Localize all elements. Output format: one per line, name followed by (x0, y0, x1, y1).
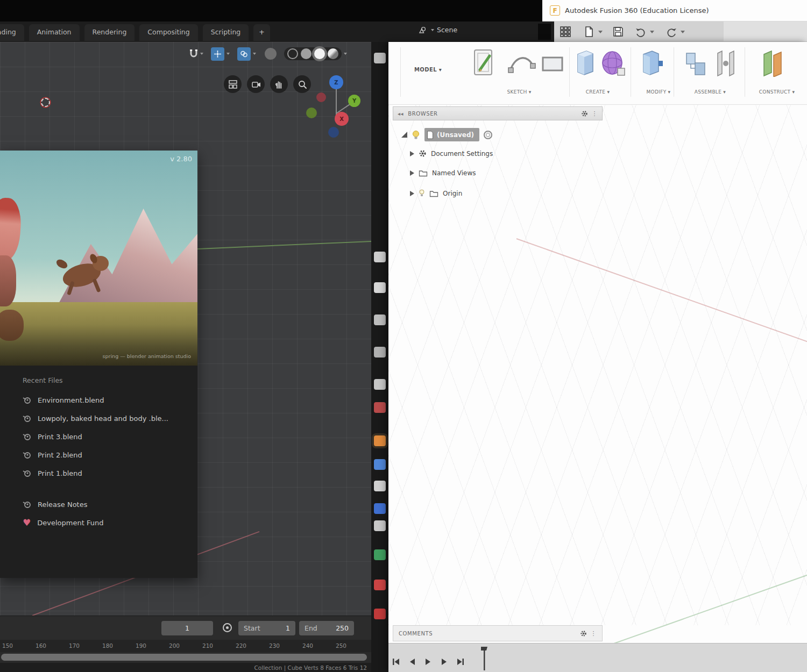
tree-item-document-settings[interactable]: Document Settings (410, 149, 493, 158)
assemble-group-label[interactable]: ASSEMBLE ▾ (695, 89, 726, 95)
taskbar-icon[interactable] (374, 503, 386, 514)
release-notes-link[interactable]: Release Notes (23, 495, 197, 513)
panel-menu-icon[interactable]: ⋮ (590, 630, 597, 637)
gizmo-neg-x-axis[interactable] (316, 92, 326, 102)
history-go-to-end-button[interactable] (454, 655, 467, 668)
undo-icon[interactable] (635, 26, 647, 38)
history-play-button[interactable] (422, 655, 435, 668)
gear-icon[interactable] (581, 110, 588, 117)
tab-animation[interactable]: Animation (29, 24, 80, 41)
new-component-button[interactable] (684, 51, 707, 77)
press-pull-button[interactable] (640, 49, 664, 77)
expand-arrow-icon[interactable] (410, 170, 414, 176)
taskbar-icon[interactable] (374, 347, 386, 358)
shading-material-button[interactable] (314, 48, 325, 59)
expand-arrow-icon[interactable] (410, 191, 414, 196)
blender-3d-viewport[interactable]: Z Y X v 2.80 spring — blender (0, 42, 371, 616)
taskbar-icon-active[interactable] (374, 435, 386, 446)
recent-file-item[interactable]: Print 1.blend (23, 464, 197, 482)
recent-file-item[interactable]: Lowpoly, baked head and body .ble... (23, 409, 197, 427)
save-icon[interactable] (612, 26, 624, 38)
taskbar-icon[interactable] (374, 459, 386, 470)
fusion-titlebar[interactable]: F Autodesk Fusion 360 (Education License… (542, 0, 807, 22)
shading-wireframe-button[interactable] (287, 48, 298, 59)
taskbar-icon[interactable] (374, 481, 386, 491)
gizmo-toggle-button[interactable] (211, 47, 224, 61)
frame-end-field[interactable]: End 250 (299, 621, 354, 635)
auto-keying-icon[interactable] (223, 623, 232, 632)
timeline-ruler[interactable]: 150 160 170 180 190 200 210 220 230 240 … (0, 640, 371, 652)
navigation-gizmo[interactable]: Z Y X (304, 73, 371, 148)
expand-arrow-icon[interactable] (410, 151, 414, 156)
recent-file-item[interactable]: Print 2.blend (23, 446, 197, 464)
workspace-selector-button[interactable]: MODEL ▾ (408, 62, 448, 77)
taskbar-icon[interactable] (374, 520, 386, 531)
snap-magnet-icon[interactable] (189, 49, 198, 59)
timeline-marker-flag[interactable] (479, 645, 490, 671)
tab-compositing[interactable]: Compositing (139, 24, 197, 41)
tab-shading[interactable]: Shading (0, 24, 24, 41)
gizmo-z-axis[interactable]: Z (329, 75, 343, 89)
xray-toggle-button[interactable] (265, 48, 277, 60)
tree-item-origin[interactable]: Origin (410, 189, 462, 197)
create-group-label[interactable]: CREATE ▾ (586, 89, 610, 95)
taskbar-icon[interactable] (374, 402, 386, 413)
file-menu-dropdown[interactable] (598, 31, 603, 33)
tab-scripting[interactable]: Scripting (203, 24, 249, 41)
overlays-dropdown[interactable] (253, 53, 256, 55)
visibility-bulb-icon[interactable] (419, 189, 425, 197)
create-form-button[interactable] (600, 50, 626, 77)
rectangle-tool-button[interactable] (541, 56, 564, 72)
lightbulb-icon[interactable] (412, 130, 420, 140)
isolate-radio-icon[interactable] (484, 131, 492, 139)
gizmo-neg-z-axis[interactable] (328, 127, 339, 138)
taskbar-icon[interactable] (374, 580, 386, 590)
recent-file-item[interactable]: Print 3.blend (23, 427, 197, 446)
development-fund-link[interactable]: ♥ Development Fund (23, 513, 197, 532)
modify-group-label[interactable]: MODIFY ▾ (647, 89, 671, 95)
overlays-toggle-button[interactable] (237, 47, 251, 61)
taskbar-icon[interactable] (374, 609, 386, 619)
browser-root-row[interactable]: (Unsaved) (401, 128, 492, 141)
data-panel-icon[interactable] (560, 26, 571, 38)
scrollbar-thumb[interactable] (1, 654, 367, 661)
tab-rendering[interactable]: Rendering (84, 24, 135, 41)
current-frame-field[interactable]: 1 (161, 621, 213, 635)
gizmo-y-axis[interactable]: Y (348, 95, 360, 107)
collapse-icon[interactable]: ◂◂ (398, 111, 404, 117)
gizmo-neg-y-axis[interactable] (306, 108, 317, 118)
taskbar-icon[interactable] (374, 252, 386, 262)
sketch-group-label[interactable]: SKETCH ▾ (507, 89, 531, 95)
create-sketch-button[interactable] (472, 48, 496, 77)
taskbar-icon[interactable] (374, 53, 386, 63)
taskbar-icon[interactable] (374, 314, 386, 325)
taskbar-icon[interactable] (374, 282, 386, 293)
root-component-name[interactable]: (Unsaved) (424, 128, 479, 141)
recent-file-item[interactable]: Environment.blend (23, 391, 197, 409)
snap-dropdown[interactable] (200, 53, 203, 55)
redo-dropdown[interactable] (681, 31, 685, 33)
construct-group-label[interactable]: CONSTRUCT ▾ (759, 89, 795, 95)
gizmo-dropdown[interactable] (226, 53, 230, 55)
history-step-forward-button[interactable] (438, 655, 451, 668)
redo-icon[interactable] (666, 26, 677, 38)
construct-plane-button[interactable] (760, 49, 788, 77)
timeline-scrollbar[interactable] (0, 652, 371, 663)
fusion-3d-viewport[interactable] (388, 105, 807, 625)
shading-dropdown[interactable] (344, 53, 347, 55)
create-solid-button[interactable] (575, 49, 596, 77)
history-step-back-button[interactable] (406, 655, 419, 668)
expand-icon[interactable] (401, 132, 407, 138)
shading-rendered-button[interactable] (328, 48, 338, 59)
taskbar-icon[interactable] (374, 549, 386, 560)
undo-dropdown[interactable] (650, 31, 654, 33)
tree-item-named-views[interactable]: Named Views (410, 169, 476, 177)
add-workspace-button[interactable]: + (253, 24, 270, 41)
browser-header[interactable]: ◂◂ BROWSER ⋮ (393, 106, 603, 120)
shading-solid-button[interactable] (301, 48, 312, 59)
scene-selector[interactable]: Scene (419, 26, 457, 34)
frame-start-field[interactable]: Start 1 (238, 621, 295, 635)
panel-menu-icon[interactable]: ⋮ (591, 110, 598, 117)
orthographic-view-button[interactable] (224, 75, 242, 93)
gear-icon[interactable] (580, 630, 587, 637)
